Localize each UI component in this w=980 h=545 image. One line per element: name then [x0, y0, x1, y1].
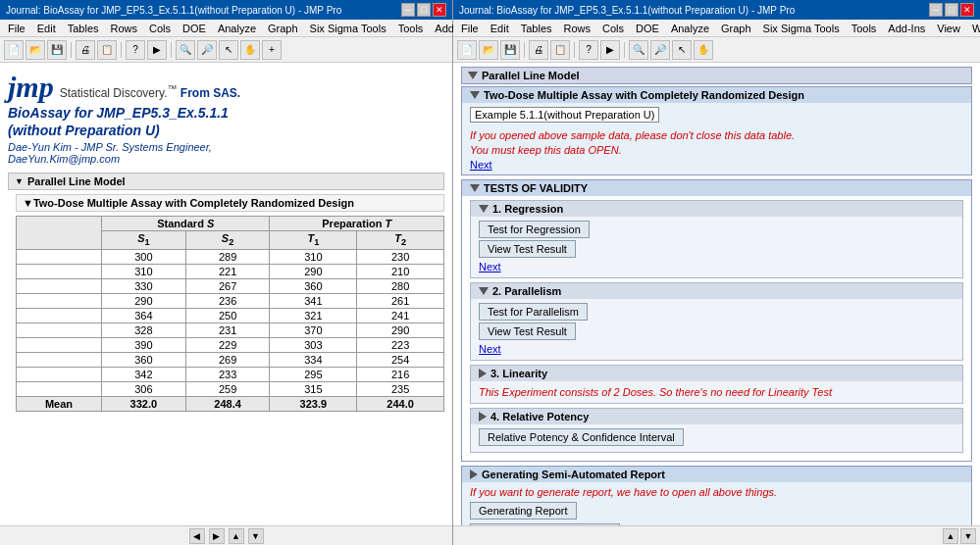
view-test-result-parallelism-button[interactable]: View Test Result — [479, 322, 576, 340]
right-menu-rows[interactable]: Rows — [558, 22, 597, 35]
right-select-button[interactable]: ↖ — [672, 40, 692, 60]
menu-file[interactable]: File — [2, 22, 31, 35]
table-cell: 360 — [101, 352, 185, 367]
right-run-button[interactable]: ▶ — [600, 40, 620, 60]
menu-tools[interactable]: Tools — [392, 22, 430, 35]
right-menu-analyze[interactable]: Analyze — [665, 22, 715, 35]
save-button[interactable]: 💾 — [47, 40, 67, 60]
right-open-button[interactable]: 📂 — [479, 40, 498, 60]
new-button[interactable]: 📄 — [4, 40, 24, 60]
menu-analyze[interactable]: Analyze — [212, 22, 262, 35]
right-menu-tables[interactable]: Tables — [515, 22, 558, 35]
copy-button[interactable]: 📋 — [97, 40, 117, 60]
right-minimize-button[interactable]: ─ — [929, 3, 943, 17]
bioassay-title: BioAssay for JMP_EP5.3_Ex.5.1.1 (without… — [8, 104, 444, 139]
table-empty-header — [17, 217, 102, 249]
table-cell: 310 — [101, 264, 185, 278]
zoom-out-button[interactable]: 🔎 — [197, 40, 217, 60]
right-menu-view[interactable]: View — [931, 22, 966, 35]
menu-graph[interactable]: Graph — [262, 22, 304, 35]
example-input[interactable]: Example 5.1.1(without Preparation U) — [470, 107, 659, 123]
relative-potency-button[interactable]: Relative Potency & Confidence Interval — [479, 428, 684, 446]
validity-body: 1. Regression Test for Regression View T… — [462, 196, 971, 461]
right-menu-file[interactable]: File — [455, 22, 485, 35]
scroll-right-button[interactable]: ▶ — [209, 528, 225, 544]
test-for-regression-button[interactable]: Test for Regression — [479, 221, 590, 238]
right-menu-sixsigma[interactable]: Six Sigma Tools — [757, 22, 846, 35]
row-empty-cell — [17, 367, 102, 381]
zoom-in-button[interactable]: 🔍 — [176, 40, 195, 60]
left-title-bar: Journal: BioAssay for JMP_EP5.3_Ex.5.1.1… — [0, 0, 452, 20]
run-button[interactable]: ▶ — [147, 40, 167, 60]
right-scroll-down-button[interactable]: ▼ — [960, 528, 976, 544]
table-cell: 216 — [357, 367, 444, 381]
scroll-up-small-button[interactable]: ▲ — [229, 528, 244, 544]
parallelism-body: Test for Parallelism View Test Result Ne… — [471, 299, 962, 360]
linearity-header: 3. Linearity — [471, 366, 962, 381]
right-menu-tools[interactable]: Tools — [846, 22, 883, 35]
table-row: 364250321241 — [17, 308, 444, 322]
author-info: Dae-Yun Kim - JMP Sr. Systems Engineer, … — [8, 141, 444, 165]
menu-rows[interactable]: Rows — [105, 22, 144, 35]
print-button[interactable]: 🖨 — [76, 40, 95, 60]
regression-header: 1. Regression — [471, 201, 962, 217]
mean-s2: 248.4 — [185, 396, 270, 411]
right-zoom-out-button[interactable]: 🔎 — [650, 40, 670, 60]
close-button[interactable]: ✕ — [433, 3, 446, 17]
left-panel: Journal: BioAssay for JMP_EP5.3_Ex.5.1.1… — [0, 0, 453, 545]
minimize-button[interactable]: ─ — [401, 3, 415, 17]
right-hand-button[interactable]: ✋ — [694, 40, 713, 60]
table-cell: 360 — [270, 278, 357, 293]
right-menu-doe[interactable]: DOE — [630, 22, 665, 35]
right-print-button[interactable]: 🖨 — [529, 40, 548, 60]
crosshair-button[interactable]: + — [262, 40, 282, 60]
generating-report-button[interactable]: Generating Report — [470, 502, 577, 520]
hand-button[interactable]: ✋ — [240, 40, 260, 60]
regression-next-link[interactable]: Next — [479, 261, 501, 272]
right-menu-addins[interactable]: Add-Ins — [882, 22, 931, 35]
right-copy-button[interactable]: 📋 — [550, 40, 570, 60]
right-zoom-in-button[interactable]: 🔍 — [629, 40, 648, 60]
menu-sixsigma[interactable]: Six Sigma Tools — [304, 22, 392, 35]
warning-line1: If you opened above sample data, please … — [470, 128, 963, 143]
right-new-button[interactable]: 📄 — [457, 40, 477, 60]
plm-triangle-icon — [468, 72, 478, 79]
view-test-result-regression-button[interactable]: View Test Result — [479, 240, 576, 258]
right-save-button[interactable]: 💾 — [500, 40, 520, 60]
right-title-text: Journal: BioAssay for JMP_EP5.3_Ex.5.1.1… — [459, 5, 795, 16]
preparation-t-header: Preparation T — [270, 217, 444, 231]
right-menu-edit[interactable]: Edit — [485, 22, 515, 35]
scroll-left-button[interactable]: ◀ — [189, 528, 205, 544]
test-for-parallelism-button[interactable]: Test for Parallelism — [479, 303, 588, 321]
right-menu-window[interactable]: Window — [966, 22, 980, 35]
right-bottom-bar: ▲ ▼ — [453, 525, 980, 545]
right-restore-button[interactable]: □ — [945, 3, 958, 17]
right-title-bar: Journal: BioAssay for JMP_EP5.3_Ex.5.1.1… — [453, 0, 980, 20]
menu-tables[interactable]: Tables — [62, 22, 105, 35]
right-menu-cols[interactable]: Cols — [596, 22, 630, 35]
scroll-down-small-button[interactable]: ▼ — [248, 528, 264, 544]
table-cell: 303 — [270, 337, 357, 352]
right-help-button[interactable]: ? — [579, 40, 598, 60]
menu-doe[interactable]: DOE — [177, 22, 212, 35]
open-button[interactable]: 📂 — [26, 40, 45, 60]
table-row: 330267360280 — [17, 278, 444, 293]
restore-button[interactable]: □ — [417, 3, 431, 17]
s2-header: S2 — [185, 231, 270, 249]
parallelism-next-link[interactable]: Next — [479, 343, 501, 355]
next-link-top[interactable]: Next — [470, 159, 963, 171]
two-dose-section: ▼ Two-Dose Multiple Assay with Completel… — [16, 194, 444, 411]
table-cell: 269 — [185, 352, 270, 367]
menu-edit[interactable]: Edit — [31, 22, 62, 35]
table-row: 300289310230 — [17, 249, 444, 264]
right-close-button[interactable]: ✕ — [960, 3, 974, 17]
right-menu-graph[interactable]: Graph — [715, 22, 757, 35]
table-cell: 290 — [357, 322, 444, 337]
help-button[interactable]: ? — [126, 40, 145, 60]
s1-header: S1 — [101, 231, 185, 249]
select-button[interactable]: ↖ — [219, 40, 238, 60]
menu-cols[interactable]: Cols — [143, 22, 177, 35]
table-cell: 231 — [185, 322, 270, 337]
left-title-buttons: ─ □ ✕ — [401, 3, 446, 17]
right-scroll-up-button[interactable]: ▲ — [943, 528, 958, 544]
